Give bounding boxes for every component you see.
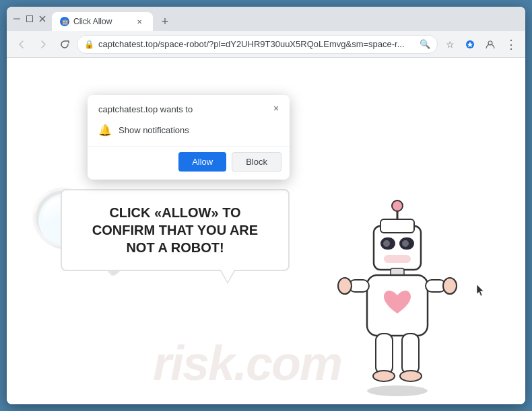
browser-window: 🤖 Click Allow ✕ + 🔒 captchatest.top/spac… bbox=[7, 7, 525, 404]
reload-button[interactable] bbox=[55, 35, 74, 54]
svg-rect-14 bbox=[384, 255, 411, 263]
close-button[interactable] bbox=[38, 15, 46, 24]
svg-point-24 bbox=[400, 371, 422, 381]
new-tab-button[interactable]: + bbox=[156, 12, 174, 31]
popup-header-text: captchatest.top wants to bbox=[98, 104, 193, 114]
lock-icon: 🔒 bbox=[84, 40, 94, 49]
svg-point-20 bbox=[443, 278, 457, 294]
svg-rect-9 bbox=[380, 219, 414, 233]
maximize-button[interactable] bbox=[25, 15, 34, 24]
menu-button[interactable]: ⋮ bbox=[501, 35, 520, 54]
tab-title: Click Allow bbox=[73, 17, 130, 26]
cursor bbox=[477, 285, 485, 297]
tab-favicon: 🤖 bbox=[60, 17, 69, 26]
svg-point-13 bbox=[402, 240, 409, 247]
back-button[interactable] bbox=[12, 35, 31, 54]
svg-rect-1 bbox=[26, 16, 32, 22]
svg-point-7 bbox=[392, 200, 403, 211]
profile-button[interactable] bbox=[481, 35, 500, 54]
svg-rect-23 bbox=[402, 334, 419, 374]
bell-icon: 🔔 bbox=[98, 124, 112, 137]
svg-point-18 bbox=[338, 278, 352, 294]
title-bar: 🤖 Click Allow ✕ + bbox=[7, 7, 525, 31]
block-button[interactable]: Block bbox=[232, 152, 281, 172]
svg-point-22 bbox=[373, 371, 395, 381]
svg-point-25 bbox=[367, 385, 428, 396]
message-bubble: CLICK «ALLOW» TO CONFIRM THAT YOU ARE NO… bbox=[61, 189, 290, 271]
message-text: CLICK «ALLOW» TO CONFIRM THAT YOU ARE NO… bbox=[78, 204, 272, 256]
tab-bar: 🤖 Click Allow ✕ + bbox=[52, 7, 520, 31]
allow-button[interactable]: Allow bbox=[178, 152, 226, 172]
window-controls bbox=[12, 15, 46, 24]
forward-button[interactable] bbox=[34, 35, 53, 54]
active-tab[interactable]: 🤖 Click Allow ✕ bbox=[52, 12, 153, 31]
popup-header: captchatest.top wants to × bbox=[88, 95, 290, 120]
page-content: 🔍 risk.com captchatest.top wants to × 🔔 … bbox=[7, 58, 525, 404]
bookmark-button[interactable]: ☆ bbox=[440, 35, 459, 54]
notification-label: Show notifications bbox=[119, 125, 189, 135]
notification-popup: captchatest.top wants to × 🔔 Show notifi… bbox=[88, 95, 290, 180]
svg-point-11 bbox=[383, 240, 390, 247]
search-icon: 🔍 bbox=[420, 39, 430, 49]
robot-illustration bbox=[323, 189, 471, 404]
svg-rect-21 bbox=[376, 334, 393, 374]
popup-buttons: Allow Block bbox=[88, 146, 290, 180]
url-text: captchatest.top/space-robot/?pl=dY2UHR9T… bbox=[98, 39, 415, 49]
tab-close-button[interactable]: ✕ bbox=[134, 16, 145, 27]
toolbar-icons: ☆ ⋮ bbox=[440, 35, 520, 54]
shield-button[interactable] bbox=[461, 35, 479, 54]
popup-notification-row: 🔔 Show notifications bbox=[88, 120, 290, 146]
svg-rect-0 bbox=[13, 19, 20, 20]
address-bar[interactable]: 🔒 captchatest.top/space-robot/?pl=dY2UHR… bbox=[77, 35, 438, 54]
toolbar: 🔒 captchatest.top/space-robot/?pl=dY2UHR… bbox=[7, 31, 525, 58]
watermark-text: risk.com bbox=[153, 336, 341, 391]
minimize-button[interactable] bbox=[12, 15, 21, 24]
popup-close-button[interactable]: × bbox=[269, 102, 283, 115]
